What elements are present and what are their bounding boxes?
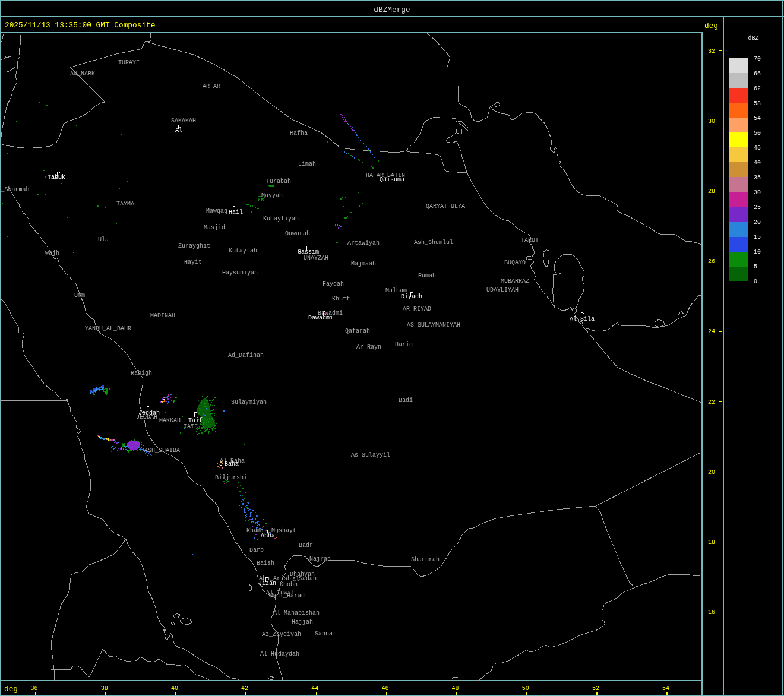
svg-text:BUQAYQ: BUQAYQ (504, 260, 526, 266)
svg-text:Umm: Umm (74, 292, 85, 299)
svg-text:TAYMA: TAYMA (116, 201, 134, 207)
svg-text:Khobh: Khobh (280, 581, 298, 588)
svg-text:32: 32 (708, 48, 715, 55)
svg-text:deg: deg (704, 21, 718, 30)
svg-text:Sulaymiyah: Sulaymiyah (231, 399, 267, 406)
svg-text:50: 50 (754, 130, 761, 137)
svg-text:Qafarah: Qafarah (345, 328, 370, 334)
svg-text:54: 54 (662, 685, 669, 692)
svg-text:Limah: Limah (298, 161, 316, 167)
svg-text:Jeddah: Jeddah (138, 410, 160, 416)
svg-text:Mayyah: Mayyah (261, 192, 283, 199)
svg-text:52: 52 (592, 685, 599, 692)
svg-text:44: 44 (311, 685, 318, 692)
svg-text:5: 5 (754, 264, 757, 270)
svg-text:Jizan: Jizan (258, 580, 276, 587)
svg-text:Majmaah: Majmaah (351, 261, 376, 267)
svg-text:Hail: Hail (229, 209, 243, 216)
svg-text:UDAYLIYAH: UDAYLIYAH (486, 287, 519, 293)
svg-text:20: 20 (708, 469, 715, 476)
svg-text:MAKKAH: MAKKAH (159, 417, 181, 424)
svg-text:dBZMerge: dBZMerge (374, 5, 410, 14)
svg-text:Hayit: Hayit (184, 259, 202, 265)
svg-text:30: 30 (708, 118, 715, 125)
svg-text:16: 16 (708, 609, 715, 616)
svg-text:Khuff: Khuff (332, 296, 350, 302)
svg-text:Artawiyah: Artawiyah (347, 240, 380, 246)
svg-text:Darb: Darb (249, 547, 264, 553)
svg-text:Faydah: Faydah (323, 281, 344, 287)
svg-text:36: 36 (30, 685, 37, 692)
svg-text:AR_RIYAD: AR_RIYAD (403, 306, 431, 312)
svg-text:UNAYZAH: UNAYZAH (304, 255, 328, 261)
svg-text:AR_AR: AR_AR (203, 83, 220, 90)
svg-text:Baha: Baha (225, 461, 239, 467)
svg-text:26: 26 (708, 258, 715, 265)
svg-text:Masjid: Masjid (204, 224, 225, 231)
svg-text:Abha: Abha (261, 533, 275, 539)
svg-text:Ash_Shumlul: Ash_Shumlul (414, 239, 453, 246)
svg-text:SAKAKAH: SAKAKAH (171, 118, 196, 124)
svg-text:70: 70 (754, 56, 761, 62)
svg-text:AN_NABK: AN_NABK (70, 71, 95, 77)
svg-text:62: 62 (754, 86, 761, 92)
svg-text:42: 42 (241, 685, 248, 692)
svg-text:Rafha: Rafha (290, 130, 308, 137)
svg-text:Baish: Baish (257, 560, 274, 567)
svg-text:45: 45 (754, 145, 761, 151)
svg-text:24: 24 (708, 328, 715, 335)
svg-text:Al: Al (175, 127, 182, 134)
svg-text:Zurayghit: Zurayghit (178, 243, 210, 249)
svg-text:Dawadmi: Dawadmi (308, 315, 333, 321)
svg-text:Wadi_Harad: Wadi_Harad (269, 593, 305, 599)
svg-text:Badr: Badr (299, 542, 313, 549)
svg-text:TARUT: TARUT (521, 237, 539, 243)
svg-text:Sadah: Sadah (299, 575, 317, 582)
svg-text:Turabah: Turabah (266, 178, 291, 185)
svg-text:TURAYF: TURAYF (118, 59, 140, 66)
svg-text:TAIF: TAIF (184, 423, 198, 430)
svg-text:Al-Sila: Al-Sila (570, 316, 595, 322)
svg-text:Kutayfah: Kutayfah (229, 248, 257, 254)
svg-text:Ula: Ula (98, 236, 109, 243)
svg-text:Qaisuma: Qaisuma (380, 176, 404, 183)
svg-text:MADINAH: MADINAH (150, 312, 175, 319)
svg-text:Badi: Badi (399, 397, 413, 404)
svg-text:50: 50 (522, 685, 529, 692)
svg-text:deg: deg (4, 685, 18, 694)
svg-text:0: 0 (754, 279, 757, 285)
svg-text:al: al (292, 576, 299, 583)
svg-text:As_Sulayyil: As_Sulayyil (351, 452, 390, 458)
svg-text:MUBARRAZ: MUBARRAZ (501, 278, 529, 284)
svg-text:2025/11/13 13:35:00 GMT Compos: 2025/11/13 13:35:00 GMT Composite (5, 21, 155, 30)
svg-text:Rumah: Rumah (418, 273, 436, 279)
svg-text:Az_Zaydiyah: Az_Zaydiyah (262, 631, 301, 638)
svg-text:66: 66 (754, 71, 761, 77)
svg-text:Riyadh: Riyadh (401, 293, 422, 300)
svg-text:20: 20 (754, 219, 761, 226)
svg-text:28: 28 (708, 188, 715, 195)
svg-text:_Sharmah: _Sharmah (1, 186, 30, 193)
svg-text:Sanna: Sanna (315, 631, 333, 637)
svg-text:QARYAT_ULYA: QARYAT_ULYA (426, 203, 465, 210)
svg-text:48: 48 (451, 685, 459, 692)
svg-text:15: 15 (754, 234, 761, 241)
svg-text:Al-Mahabishah: Al-Mahabishah (273, 610, 320, 616)
svg-text:Al-Hudaydah: Al-Hudaydah (260, 651, 299, 657)
svg-text:Quwarah: Quwarah (285, 230, 310, 237)
svg-text:58: 58 (754, 100, 761, 107)
svg-text:Gassim: Gassim (298, 249, 319, 255)
svg-text:Ar_Rayn: Ar_Rayn (356, 344, 381, 350)
svg-text:YANBU_AL_BAHR: YANBU_AL_BAHR (85, 325, 131, 332)
svg-text:dBZ: dBZ (748, 35, 759, 42)
svg-text:25: 25 (754, 204, 761, 211)
svg-text:Hariq: Hariq (395, 341, 413, 348)
svg-text:10: 10 (754, 249, 761, 255)
svg-text:Najran: Najran (309, 556, 331, 562)
svg-text:46: 46 (381, 685, 388, 692)
svg-text:Tabuk: Tabuk (48, 174, 65, 181)
svg-text:Haysuniyah: Haysuniyah (222, 270, 258, 276)
svg-text:AS_SULAYMANIYAH: AS_SULAYMANIYAH (407, 322, 460, 328)
svg-text:40: 40 (171, 685, 178, 692)
svg-text:Hajjah: Hajjah (292, 619, 313, 625)
